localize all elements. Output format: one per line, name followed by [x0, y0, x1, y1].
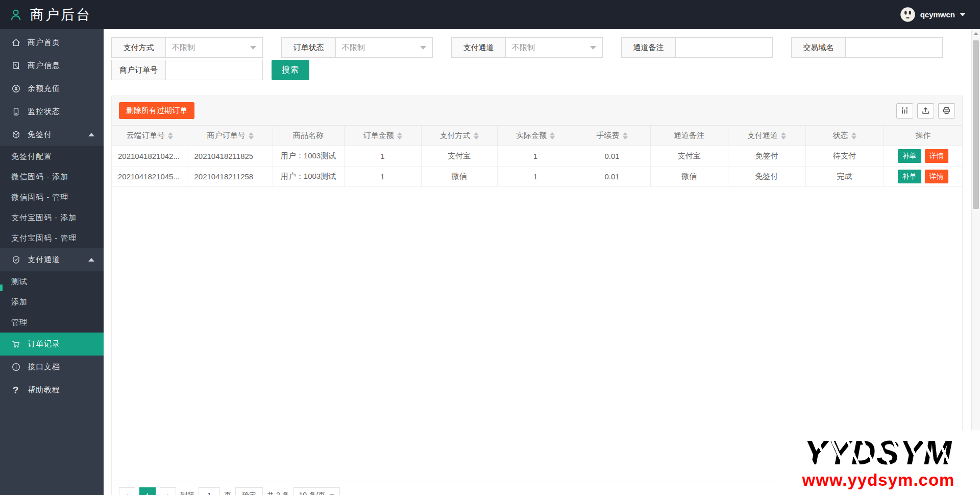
col-actions: 操作 [884, 126, 962, 146]
delete-expired-orders-button[interactable]: 删除所有过期订单 [119, 102, 194, 119]
cell-product-name: 用户：1003测试 [273, 167, 344, 187]
col-fee[interactable]: 手续费 [574, 126, 650, 146]
search-button[interactable]: 搜索 [272, 60, 309, 80]
detail-button[interactable]: 详情 [925, 170, 948, 183]
sidebar-group-no-sign-pay[interactable]: 免签付 [0, 123, 104, 146]
sidebar-group-pay-channel[interactable]: 支付通道 [0, 248, 104, 271]
col-pay-method[interactable]: 支付方式 [421, 126, 497, 146]
merchant-order-no-input[interactable] [172, 66, 256, 75]
trade-domain-field-wrap [846, 37, 943, 58]
col-cloud-order-no[interactable]: 云端订单号 [112, 126, 188, 146]
sidebar-item-label: 微信固码 - 添加 [11, 172, 68, 182]
cell-order-amount: 1 [344, 146, 421, 167]
select-value: 不限制 [172, 43, 195, 53]
sidebar-item-label: 免签付配置 [11, 152, 52, 161]
total-count-label: 共 2 条 [267, 491, 289, 495]
sidebar-item-wechat-code-add[interactable]: 微信固码 - 添加 [0, 167, 104, 187]
cell-fee: 0.01 [574, 167, 650, 187]
sidebar-item-channel-manage[interactable]: 管理 [0, 312, 104, 333]
cell-channel-note: 微信 [650, 167, 728, 187]
sidebar-item-label: 帮助教程 [28, 385, 60, 395]
col-status[interactable]: 状态 [805, 126, 884, 146]
page-size-select[interactable]: 10 条/页 [293, 487, 340, 495]
prev-page-button[interactable]: ‹ [119, 487, 135, 495]
print-button[interactable] [938, 103, 955, 119]
merchant-order-no-field-wrap [166, 60, 263, 80]
order-status-select[interactable]: 不限制 [336, 37, 433, 58]
cell-channel-note: 支付宝 [650, 146, 728, 167]
columns-filter-button[interactable] [896, 103, 913, 119]
sidebar-item-balance-recharge[interactable]: 余额充值 [0, 77, 104, 100]
col-merchant-order-no[interactable]: 商户订单号 [188, 126, 273, 146]
col-product-name: 商品名称 [273, 126, 344, 146]
jump-confirm-button[interactable]: 确定 [235, 487, 263, 495]
trade-domain-input[interactable] [852, 43, 936, 52]
export-button[interactable] [917, 103, 934, 119]
cart-icon [11, 339, 21, 349]
watermark: YYDSYM www.yydsym.com [777, 430, 980, 495]
scrollbar-up-arrow[interactable] [972, 29, 980, 38]
page-scrollbar[interactable] [971, 29, 980, 495]
sidebar-item-label: 余额充值 [28, 84, 60, 93]
cell-cloud-order-no: 2021041821042... [112, 146, 188, 167]
next-page-button[interactable]: › [160, 487, 176, 495]
fix-order-button[interactable]: 补单 [898, 170, 921, 183]
top-bar: 商户后台 qcymwcn [0, 0, 980, 29]
caret-down-icon [250, 46, 256, 50]
channel-note-input[interactable] [682, 43, 766, 52]
col-order-amount[interactable]: 订单金额 [344, 126, 421, 146]
sidebar-item-alipay-code-add[interactable]: 支付宝固码 - 添加 [0, 207, 104, 228]
cell-pay-method: 支付宝 [421, 146, 497, 167]
user-menu[interactable]: qcymwcn [900, 7, 980, 22]
pay-channel-select[interactable]: 不限制 [506, 37, 603, 58]
sidebar-item-no-sign-pay-config[interactable]: 免签付配置 [0, 146, 104, 167]
mobile-icon [11, 107, 21, 116]
jump-suffix-label: 页 [224, 491, 231, 495]
cell-actions: 补单详情 [884, 167, 962, 187]
status-badge: 完成 [805, 167, 884, 187]
document-edit-icon [11, 61, 21, 70]
scrollbar-thumb[interactable] [973, 40, 979, 209]
sidebar-item-monitor-status[interactable]: 监控状态 [0, 100, 104, 123]
sidebar-item-label: 管理 [11, 318, 28, 327]
col-actual-amount[interactable]: 实际金额 [497, 126, 574, 146]
sort-icon [781, 132, 786, 139]
sidebar-item-merchant-home[interactable]: 商户首页 [0, 31, 104, 54]
sidebar-item-api-docs[interactable]: 接口文档 [0, 356, 104, 379]
col-pay-channel[interactable]: 支付通道 [728, 126, 805, 146]
sidebar-item-label: 商户首页 [28, 38, 60, 48]
sidebar-item-help-tutorial[interactable]: ? 帮助教程 [0, 379, 104, 402]
cell-pay-method: 微信 [421, 167, 497, 187]
filter-row-2: 商户订单号 搜索 [111, 60, 963, 80]
jump-prefix-label: 到第 [180, 491, 194, 495]
sidebar-item-label: 订单记录 [28, 339, 60, 349]
export-icon [921, 106, 930, 115]
sidebar-item-merchant-info[interactable]: 商户信息 [0, 54, 104, 77]
sidebar: 商户首页 商户信息 余额充值 监控状态 [0, 29, 104, 495]
cell-fee: 0.01 [574, 146, 650, 167]
sort-icon [397, 132, 402, 139]
filter-label: 支付方式 [111, 37, 166, 58]
table-row: 2021041821042... 20210418211825 用户：1003测… [112, 146, 962, 167]
filter-row-1: 支付方式 不限制 订单状态 不限制 支付通道 不限制 [111, 37, 963, 58]
cell-merchant-order-no: 20210418211258 [188, 167, 273, 187]
home-icon [11, 38, 21, 48]
sidebar-item-order-records[interactable]: 订单记录 [0, 333, 104, 356]
table-row: 2021041821045... 20210418211258 用户：1003测… [112, 167, 962, 187]
cube-icon [11, 130, 21, 139]
jump-page-input[interactable] [199, 487, 220, 495]
pay-method-select[interactable]: 不限制 [166, 37, 263, 58]
sidebar-item-wechat-code-manage[interactable]: 微信固码 - 管理 [0, 187, 104, 207]
fix-order-button[interactable]: 补单 [898, 149, 921, 163]
sidebar-item-channel-test[interactable]: 测试 [0, 271, 104, 292]
sidebar-item-channel-add[interactable]: 添加 [0, 292, 104, 312]
sidebar-item-alipay-code-manage[interactable]: 支付宝固码 - 管理 [0, 228, 104, 248]
detail-button[interactable]: 详情 [925, 149, 948, 163]
cell-actual-amount: 1 [497, 167, 574, 187]
current-page[interactable]: 1 [139, 487, 156, 495]
sidebar-item-label: 接口文档 [28, 362, 60, 372]
table-header-row: 云端订单号 商户订单号 商品名称 订单金额 支付方式 实际金额 手续费 通道备注… [112, 126, 962, 146]
sidebar-item-label: 测试 [11, 277, 28, 287]
main-content: 支付方式 不限制 订单状态 不限制 支付通道 不限制 [104, 29, 971, 495]
sidebar-scroll-indicator [0, 285, 3, 291]
